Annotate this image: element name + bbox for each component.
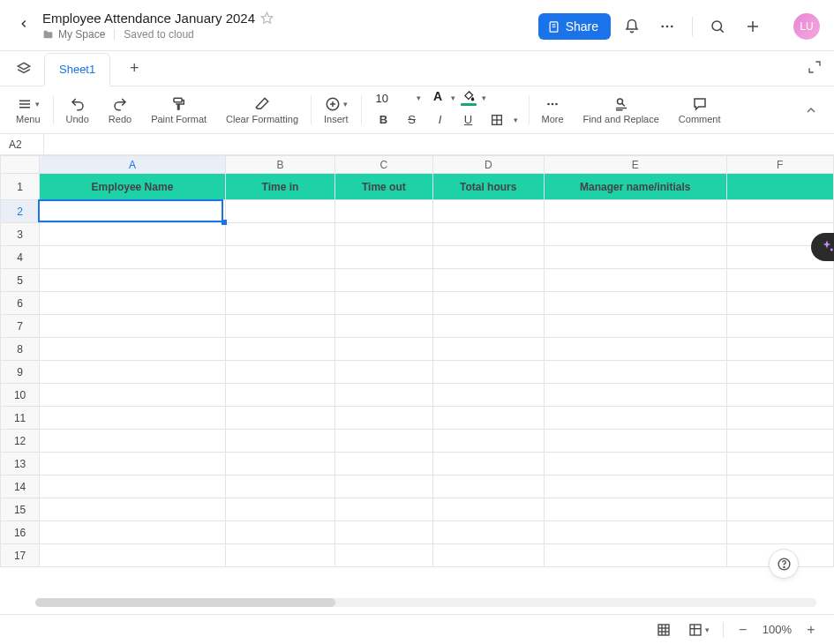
cell[interactable] xyxy=(544,223,726,246)
chevron-down-icon[interactable]: ▾ xyxy=(514,116,518,124)
cell[interactable] xyxy=(726,430,833,453)
help-button[interactable] xyxy=(769,549,799,579)
cell[interactable] xyxy=(225,384,334,407)
find-replace-button[interactable]: Find and Replace xyxy=(575,86,668,133)
cell[interactable] xyxy=(544,269,726,292)
cell[interactable] xyxy=(225,407,334,430)
cell[interactable] xyxy=(335,476,432,498)
more-menu-button[interactable] xyxy=(653,12,681,41)
cell[interactable] xyxy=(544,246,726,269)
cell[interactable] xyxy=(225,315,334,338)
column-header[interactable]: E xyxy=(544,156,726,174)
cell[interactable] xyxy=(335,338,432,361)
cell[interactable] xyxy=(335,453,432,476)
cell[interactable] xyxy=(432,246,544,269)
cell[interactable]: Total hours xyxy=(432,174,544,200)
search-button[interactable] xyxy=(703,12,732,41)
cell[interactable] xyxy=(544,521,726,544)
cell[interactable] xyxy=(40,200,226,223)
cell[interactable] xyxy=(726,453,833,476)
cell[interactable] xyxy=(335,361,432,384)
add-sheet-button[interactable]: + xyxy=(119,59,149,78)
cell[interactable] xyxy=(544,361,726,384)
row-header[interactable]: 16 xyxy=(1,521,40,544)
menu-button[interactable]: ▾ Menu xyxy=(7,86,49,133)
column-header[interactable]: A xyxy=(40,156,226,174)
cell[interactable] xyxy=(40,430,226,453)
row-header[interactable]: 6 xyxy=(1,292,40,315)
cell[interactable] xyxy=(726,338,833,361)
row-header[interactable]: 10 xyxy=(1,384,40,407)
cell[interactable] xyxy=(726,292,833,315)
cell[interactable] xyxy=(40,246,226,269)
text-color-button[interactable]: A xyxy=(430,90,446,106)
cell[interactable] xyxy=(432,430,544,453)
back-button[interactable] xyxy=(12,12,35,35)
zoom-in-button[interactable]: + xyxy=(800,622,822,638)
clear-formatting-button[interactable]: Clear Formatting xyxy=(217,86,307,133)
zoom-level[interactable]: 100% xyxy=(763,623,792,636)
cell[interactable] xyxy=(432,315,544,338)
cell[interactable] xyxy=(335,269,432,292)
cell[interactable] xyxy=(432,338,544,361)
cell[interactable] xyxy=(40,544,226,567)
cell[interactable] xyxy=(225,476,334,498)
cell[interactable] xyxy=(726,361,833,384)
sheet-tab-active[interactable]: Sheet1 xyxy=(44,53,110,86)
chevron-down-icon[interactable]: ▾ xyxy=(451,94,455,102)
row-header[interactable]: 15 xyxy=(1,498,40,521)
cell[interactable] xyxy=(225,361,334,384)
name-box[interactable]: A2 xyxy=(0,134,44,154)
cell[interactable] xyxy=(225,246,334,269)
folder-breadcrumb[interactable]: My Space xyxy=(42,28,105,41)
cell[interactable] xyxy=(40,521,226,544)
cell[interactable] xyxy=(40,384,226,407)
cell[interactable] xyxy=(432,476,544,498)
new-button[interactable] xyxy=(739,12,767,41)
cell[interactable] xyxy=(335,315,432,338)
row-header[interactable]: 7 xyxy=(1,315,40,338)
cell[interactable] xyxy=(225,269,334,292)
cell[interactable] xyxy=(225,292,334,315)
cell[interactable] xyxy=(225,544,334,567)
cell[interactable] xyxy=(432,453,544,476)
cell[interactable] xyxy=(432,498,544,521)
cell[interactable] xyxy=(544,544,726,567)
cell[interactable] xyxy=(225,430,334,453)
cell[interactable] xyxy=(225,498,334,521)
cell[interactable] xyxy=(335,200,432,223)
row-header[interactable]: 9 xyxy=(1,361,40,384)
view-mode-dropdown[interactable]: ▾ xyxy=(684,618,714,641)
cell[interactable] xyxy=(225,521,334,544)
cell[interactable] xyxy=(544,476,726,498)
fill-color-button[interactable] xyxy=(461,90,477,106)
view-normal-button[interactable] xyxy=(652,618,675,641)
cell[interactable] xyxy=(544,292,726,315)
cell[interactable] xyxy=(726,521,833,544)
italic-button[interactable]: I xyxy=(429,109,452,131)
borders-button[interactable] xyxy=(485,109,508,131)
cell[interactable] xyxy=(335,544,432,567)
row-header[interactable]: 12 xyxy=(1,430,40,453)
cell[interactable] xyxy=(225,453,334,476)
row-header[interactable]: 1 xyxy=(1,174,40,200)
cell[interactable] xyxy=(40,361,226,384)
share-button[interactable]: Share xyxy=(538,13,611,40)
cell[interactable] xyxy=(432,407,544,430)
cell[interactable] xyxy=(432,521,544,544)
cell[interactable] xyxy=(40,338,226,361)
cell[interactable]: Time in xyxy=(225,174,334,200)
chevron-down-icon[interactable]: ▾ xyxy=(482,94,486,102)
cell[interactable] xyxy=(225,338,334,361)
cell[interactable] xyxy=(432,223,544,246)
doc-title[interactable]: Employee Attendance January 2024 xyxy=(42,11,255,26)
cell[interactable] xyxy=(335,498,432,521)
cell[interactable]: Employee Name xyxy=(40,174,226,200)
bold-button[interactable]: B xyxy=(372,109,395,131)
row-header[interactable]: 8 xyxy=(1,338,40,361)
cell[interactable] xyxy=(544,430,726,453)
font-size-selector[interactable]: 10 ▾ xyxy=(372,90,425,107)
row-header[interactable]: 17 xyxy=(1,544,40,567)
cell[interactable] xyxy=(726,174,833,200)
ai-assistant-button[interactable] xyxy=(811,233,834,261)
